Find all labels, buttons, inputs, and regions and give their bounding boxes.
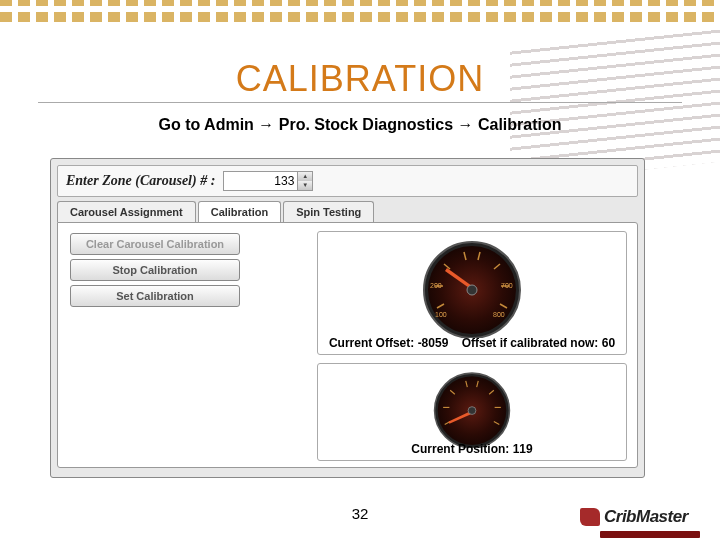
cribmaster-icon (580, 508, 600, 526)
tab-body: Clear Carousel Calibration Stop Calibrat… (57, 222, 638, 468)
zone-label: Enter Zone (Carousel) # : (66, 173, 215, 189)
tab-calibration[interactable]: Calibration (198, 201, 281, 222)
spinner-down-icon[interactable]: ▼ (297, 181, 312, 190)
position-caption: Current Position: 119 (318, 442, 626, 456)
decorative-dots (0, 0, 720, 22)
tick-label: 800 (493, 311, 505, 318)
offset-if-calibrated-label: Offset if calibrated now: (462, 336, 599, 350)
tick-label: 100 (435, 311, 447, 318)
title-underline (38, 102, 682, 103)
brand-logo: CribMaster (580, 504, 700, 530)
svg-point-23 (468, 407, 476, 415)
tab-spin-testing[interactable]: Spin Testing (283, 201, 374, 222)
zone-spinner[interactable]: ▲ ▼ (297, 172, 312, 190)
stop-calibration-button[interactable]: Stop Calibration (70, 259, 240, 281)
clear-carousel-calibration-button[interactable]: Clear Carousel Calibration (70, 233, 240, 255)
slide-title: CALIBRATION (0, 58, 720, 100)
offset-if-calibrated-value: 60 (602, 336, 615, 350)
app-window: Enter Zone (Carousel) # : ▲ ▼ Carousel A… (50, 158, 645, 478)
brand-tagline-bar (600, 531, 700, 538)
zone-row: Enter Zone (Carousel) # : ▲ ▼ (57, 165, 638, 197)
zone-input-wrap: ▲ ▼ (223, 171, 313, 191)
tick-label: 700 (501, 282, 513, 289)
spinner-up-icon[interactable]: ▲ (297, 172, 312, 181)
brand-text: CribMaster (604, 507, 688, 527)
offset-panel: 100 800 200 700 Current Offset: -8059 Of… (317, 231, 627, 355)
offset-caption: Current Offset: -8059 Offset if calibrat… (318, 336, 626, 350)
current-position-label: Current Position: (411, 442, 509, 456)
calibration-buttons: Clear Carousel Calibration Stop Calibrat… (70, 233, 240, 307)
current-offset-label: Current Offset: (329, 336, 414, 350)
tabs: Carousel Assignment Calibration Spin Tes… (57, 201, 638, 222)
current-position-value: 119 (513, 442, 533, 456)
offset-gauge: 100 800 200 700 (417, 238, 527, 338)
current-offset-value: -8059 (418, 336, 449, 350)
tick-label: 200 (430, 282, 442, 289)
set-calibration-button[interactable]: Set Calibration (70, 285, 240, 307)
tab-carousel-assignment[interactable]: Carousel Assignment (57, 201, 196, 222)
svg-point-11 (467, 285, 477, 295)
position-panel: Current Position: 119 (317, 363, 627, 461)
breadcrumb: Go to Admin → Pro. Stock Diagnostics → C… (0, 116, 720, 134)
position-gauge (427, 370, 517, 448)
